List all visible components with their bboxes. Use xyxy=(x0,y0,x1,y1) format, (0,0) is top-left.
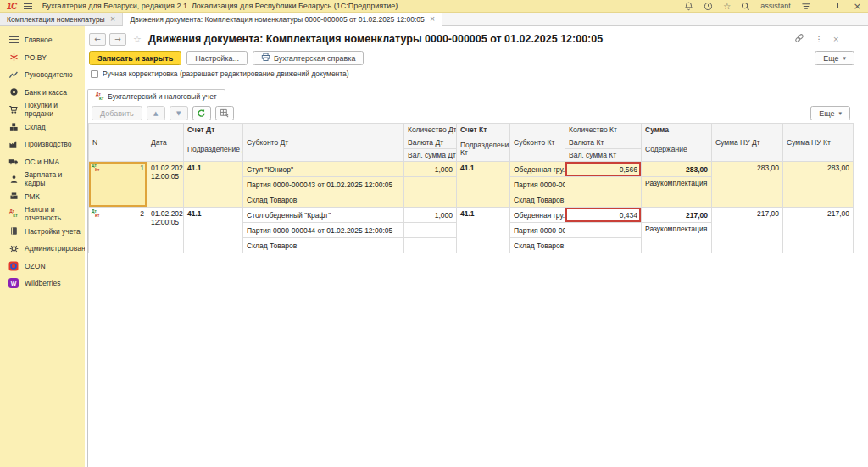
sidebar-label: РМК xyxy=(25,192,40,201)
get-link-icon[interactable] xyxy=(794,31,804,47)
sidebar-item-poby[interactable]: PO.BY xyxy=(0,49,85,67)
grid-settings-button[interactable] xyxy=(215,106,234,120)
sidebar-item-rmk[interactable]: РМК xyxy=(0,188,85,206)
printer-icon xyxy=(261,53,270,64)
restore-button[interactable] xyxy=(837,3,843,10)
tab-close-icon[interactable]: × xyxy=(110,15,116,23)
subconto-dt-cell[interactable]: Партия 0000-000044 от 01.02.2025 12:00:0… xyxy=(243,223,404,238)
manual-correction-label: Ручная корректировка (разрешает редактир… xyxy=(103,69,349,78)
sidebar-item-ozon[interactable]: OZON xyxy=(0,258,85,275)
accounting-note-button[interactable]: Бухгалтерская справка xyxy=(253,51,364,65)
qty-dt-cell[interactable] xyxy=(404,238,457,253)
notifications-bell-icon[interactable] xyxy=(684,2,693,11)
tab-close-icon[interactable]: × xyxy=(430,15,436,23)
sidebar-label: Производство xyxy=(25,140,71,148)
sum-cell[interactable]: 283,00 xyxy=(642,162,712,177)
favorite-star-icon[interactable]: ☆ xyxy=(133,34,142,45)
refresh-button[interactable] xyxy=(192,106,211,120)
subconto-dt-cell[interactable]: Стол обеденный "Крафт" xyxy=(243,208,404,223)
sum-cell[interactable]: 217,00 xyxy=(642,208,712,223)
qty-dt-cell[interactable] xyxy=(404,223,457,238)
table-row[interactable]: ДтКт 2 01.02.20212:00:05 41.1 Стол обеде… xyxy=(89,208,854,223)
settings-button[interactable]: Настройка... xyxy=(186,51,248,65)
add-button[interactable]: Добавить xyxy=(92,106,142,120)
gear-icon xyxy=(8,243,19,253)
service-menu-icon[interactable] xyxy=(801,2,811,11)
qty-kt-cell[interactable]: 0,566 xyxy=(565,162,642,177)
table-row[interactable]: ДтКт 1 01.02.20212:00:05 41.1 Стул "Юнио… xyxy=(89,162,854,177)
user-name[interactable]: assistant xyxy=(760,2,791,10)
acct-dt-cell[interactable]: 41.1 xyxy=(184,208,243,253)
row-number-cell[interactable]: ДтКт 1 xyxy=(89,162,147,208)
subconto-kt-cell[interactable]: Обеденная гру... xyxy=(510,208,565,223)
sidebar-item-zarplata-kadry[interactable]: Зарплата и кадры xyxy=(0,170,85,188)
manual-correction-checkbox[interactable] xyxy=(91,70,98,78)
subconto-dt-cell[interactable]: Партия 0000-000043 от 01.02.2025 12:00:0… xyxy=(243,177,404,192)
subconto-kt-cell[interactable]: Склад Товаров xyxy=(510,238,565,253)
close-window-button[interactable]: × xyxy=(854,3,861,10)
sidebar-item-wildberries[interactable]: W Wildberries xyxy=(0,275,85,292)
more-dots-icon[interactable]: ⋮ xyxy=(815,35,822,43)
tab-komplektaciya[interactable]: Комплектация номенклатуры × xyxy=(0,13,123,25)
form-navigation-row: ← → ☆ Движения документа: Комплектация н… xyxy=(85,26,868,50)
form-more-button[interactable]: Еще ▾ xyxy=(815,51,854,65)
acct-kt-cell[interactable]: 41.1 xyxy=(457,208,510,253)
sidebar-item-nalogi[interactable]: ДтКт Налоги и отчетность xyxy=(0,205,85,223)
move-down-button[interactable]: ▼ xyxy=(170,106,188,120)
sidebar-item-administrirovanie[interactable]: Администрирование xyxy=(0,240,85,258)
subconto-kt-cell[interactable]: Партия 0000-00... xyxy=(510,177,565,192)
content-cell[interactable]: Разукомплектация xyxy=(642,177,712,208)
date-cell[interactable]: 01.02.20212:00:05 xyxy=(147,162,184,208)
qty-dt-cell[interactable] xyxy=(404,192,457,208)
sum-nu-kt-cell[interactable]: 217,00 xyxy=(783,208,854,253)
qty-dt-cell[interactable]: 1,000 xyxy=(404,208,457,223)
sidebar-item-bank-kassa[interactable]: Банк и касса xyxy=(0,84,85,102)
sidebar-label: OZON xyxy=(25,262,46,270)
col-sum: Сумма xyxy=(642,124,712,136)
move-up-button[interactable]: ▲ xyxy=(147,106,165,120)
forward-button[interactable]: → xyxy=(109,33,126,46)
subconto-kt-cell[interactable]: Обеденная гру... xyxy=(510,162,565,177)
qty-kt-cell[interactable] xyxy=(565,177,642,192)
subconto-kt-cell[interactable]: Склад Товаров xyxy=(510,192,565,208)
save-and-close-button[interactable]: Записать и закрыть xyxy=(89,51,181,65)
sum-nu-kt-cell[interactable]: 283,00 xyxy=(783,162,854,208)
favorites-star-icon[interactable]: ☆ xyxy=(723,2,731,11)
history-icon[interactable] xyxy=(704,2,713,11)
acct-kt-cell[interactable]: 41.1 xyxy=(457,162,510,208)
sidebar-item-proizvodstvo[interactable]: Производство xyxy=(0,136,85,153)
qty-kt-cell[interactable] xyxy=(565,238,642,253)
sum-nu-dt-cell[interactable]: 217,00 xyxy=(712,208,783,253)
main-menu-icon[interactable] xyxy=(24,3,32,9)
sidebar-item-rukovoditelyu[interactable]: Руководителю xyxy=(0,66,85,84)
close-form-icon[interactable]: × xyxy=(832,35,839,43)
qty-kt-cell[interactable] xyxy=(565,192,642,208)
qty-dt-cell[interactable]: 1,000 xyxy=(404,162,457,177)
content-cell[interactable]: Разукомплектация xyxy=(642,223,712,253)
sidebar-item-pokupki-prodazhi[interactable]: Покупки и продажи xyxy=(0,101,85,119)
search-icon[interactable] xyxy=(741,2,750,11)
subconto-dt-cell[interactable]: Стул "Юниор" xyxy=(243,162,404,177)
tab-dvizheniya-dokumenta[interactable]: Движения документа: Комплектация номенкл… xyxy=(123,13,442,26)
row-number-cell[interactable]: ДтКт 2 xyxy=(89,208,147,253)
sidebar-label: PO.BY xyxy=(25,53,47,62)
sidebar-item-sklad[interactable]: Склад xyxy=(0,119,85,136)
back-button[interactable]: ← xyxy=(89,33,106,46)
sidebar-item-os-nma[interactable]: ОС и НМА xyxy=(0,153,85,171)
sidebar-item-glavnoe[interactable]: Главное xyxy=(0,31,85,49)
subconto-dt-cell[interactable]: Склад Товаров xyxy=(243,192,404,208)
qty-kt-cell[interactable] xyxy=(565,223,642,238)
col-curamt-kt: Вал. сумма Кт xyxy=(565,149,642,162)
acct-dt-cell[interactable]: 41.1 xyxy=(184,162,243,208)
subconto-dt-cell[interactable]: Склад Товаров xyxy=(243,238,404,253)
grid-more-button[interactable]: Еще ▾ xyxy=(810,106,850,120)
qty-kt-cell[interactable]: 0,434 xyxy=(565,208,642,223)
subconto-kt-cell[interactable]: Партия 0000-00... xyxy=(510,223,565,238)
tab-accounting-tax[interactable]: ДтКт Бухгалтерский и налоговый учет xyxy=(87,89,225,103)
col-qty-dt: Количество Дт xyxy=(404,124,457,136)
sidebar-item-nastroiki-ucheta[interactable]: Настройки учета xyxy=(0,223,85,241)
date-cell[interactable]: 01.02.20212:00:05 xyxy=(147,208,184,253)
sum-nu-dt-cell[interactable]: 283,00 xyxy=(712,162,783,208)
qty-dt-cell[interactable] xyxy=(404,177,457,192)
minimize-button[interactable] xyxy=(821,2,827,10)
